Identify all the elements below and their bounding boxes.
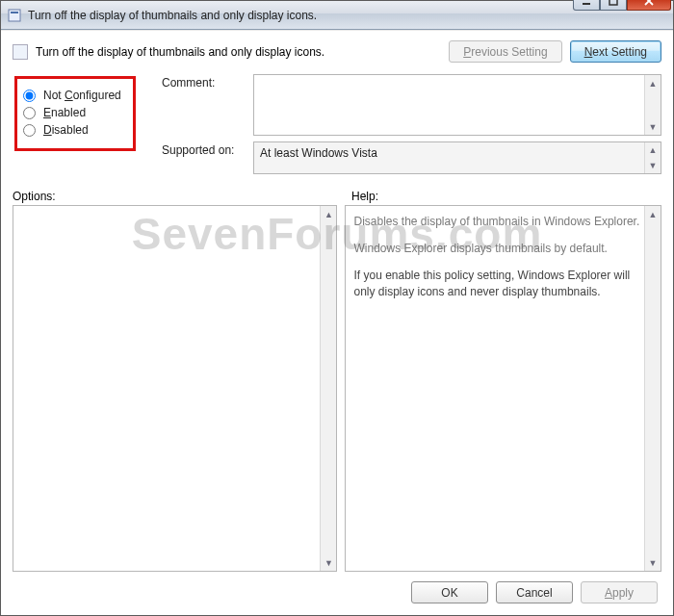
policy-dialog-window: Turn off the display of thumbnails and o… (0, 0, 674, 616)
radio-enabled[interactable]: Enabled (21, 106, 125, 119)
ok-button[interactable]: OK (411, 581, 488, 603)
help-text-2: Windows Explorer displays thumbnails by … (353, 241, 641, 256)
svg-rect-2 (583, 3, 590, 5)
state-radio-group: Not Configured Enabled Disabled (14, 76, 136, 151)
previous-setting-button: Previous Setting (449, 40, 561, 63)
scroll-up-icon: ▲ (645, 142, 661, 158)
window-title: Turn off the display of thumbnails and o… (28, 9, 573, 22)
scroll-down-icon: ▼ (645, 158, 661, 173)
radio-disabled[interactable]: Disabled (21, 123, 125, 137)
options-scrollbar: ▲ ▼ (320, 206, 336, 571)
minimize-icon (582, 0, 591, 6)
section-labels: Options: Help: (13, 190, 661, 203)
client-area: Turn off the display of thumbnails and o… (1, 30, 673, 615)
scroll-up-icon: ▲ (321, 206, 336, 222)
supported-scrollbar: ▲ ▼ (644, 142, 661, 173)
policy-icon (13, 44, 28, 60)
comment-textarea[interactable]: ▲ ▼ (253, 74, 661, 136)
policy-title-text: Turn off the display of thumbnails and o… (36, 45, 324, 59)
apply-button: Apply (581, 581, 658, 603)
cancel-button[interactable]: Cancel (496, 581, 573, 603)
comment-label: Comment: (162, 74, 253, 90)
help-text-1: Disables the display of thumbnails in Wi… (353, 214, 641, 229)
help-scrollbar[interactable]: ▲ ▼ (644, 206, 661, 571)
supported-value: At least Windows Vista (260, 146, 377, 160)
options-pane: ▲ ▼ (13, 205, 337, 572)
policy-description: Turn off the display of thumbnails and o… (13, 40, 441, 60)
comment-row: Comment: ▲ ▼ (162, 74, 661, 136)
close-icon (643, 0, 655, 6)
scroll-down-icon[interactable]: ▼ (645, 554, 661, 571)
scroll-up-icon[interactable]: ▲ (645, 206, 661, 222)
svg-rect-0 (9, 10, 20, 21)
comment-scrollbar[interactable]: ▲ ▼ (644, 75, 661, 135)
close-button[interactable] (627, 0, 671, 11)
radio-disabled-input[interactable] (23, 124, 36, 137)
footer-buttons: OK Cancel Apply (13, 572, 661, 605)
supported-label: Supported on: (162, 141, 253, 157)
nav-buttons: Previous Setting Next Setting (449, 40, 661, 63)
panes: ▲ ▼ Disables the display of thumbnails i… (13, 205, 661, 572)
titlebar[interactable]: Turn off the display of thumbnails and o… (1, 1, 673, 30)
supported-row: Supported on: At least Windows Vista ▲ ▼ (162, 141, 661, 174)
options-label: Options: (13, 190, 351, 203)
scroll-up-icon[interactable]: ▲ (645, 75, 661, 91)
window-buttons (573, 0, 671, 11)
help-label: Help: (351, 190, 378, 203)
scroll-down-icon[interactable]: ▼ (645, 118, 661, 135)
header-row: Turn off the display of thumbnails and o… (13, 40, 661, 66)
supported-value-box: At least Windows Vista ▲ ▼ (253, 141, 661, 174)
help-pane: Disables the display of thumbnails in Wi… (345, 205, 661, 572)
radio-not-configured[interactable]: Not Configured (21, 89, 125, 102)
maximize-icon (609, 0, 618, 6)
radio-not-configured-input[interactable] (23, 90, 36, 102)
scroll-down-icon: ▼ (321, 554, 336, 571)
next-setting-button[interactable]: Next Setting (570, 40, 661, 63)
help-text-3: If you enable this policy setting, Windo… (353, 268, 641, 298)
app-icon (7, 8, 22, 23)
svg-rect-3 (609, 0, 617, 5)
minimize-button[interactable] (573, 0, 600, 11)
maximize-button[interactable] (600, 0, 627, 11)
svg-rect-1 (11, 12, 18, 13)
radio-enabled-input[interactable] (23, 107, 36, 119)
